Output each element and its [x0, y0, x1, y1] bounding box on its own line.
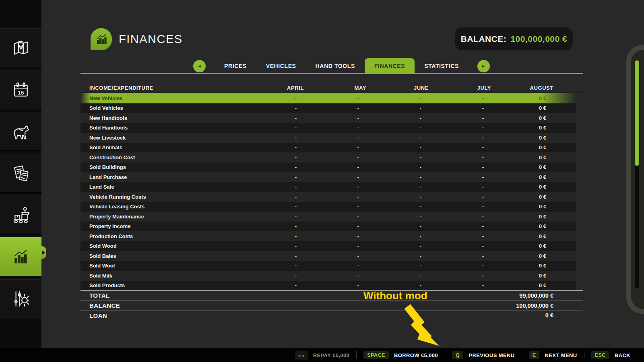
row-value: - [359, 282, 421, 288]
table-row[interactable]: Sold Wool----0 € [80, 261, 576, 271]
summary-value: 100,000,000 € [212, 302, 553, 309]
row-value: - [421, 125, 484, 131]
cow-icon [10, 121, 32, 142]
hotkey-action-previous-menu[interactable]: QPREVIOUS MENU [452, 351, 515, 359]
row-value: - [234, 223, 297, 229]
row-value: - [297, 214, 359, 220]
row-value: - [421, 282, 484, 288]
row-value: - [297, 223, 359, 229]
row-value: - [359, 164, 421, 170]
row-label: Property Maintenance [80, 214, 234, 220]
table-row[interactable]: New Vehicles----0 € [80, 93, 576, 103]
scrollbar-thumb[interactable] [635, 60, 639, 166]
sidebar-item-map[interactable] [0, 28, 41, 67]
table-row[interactable]: New Livestock----0 € [80, 133, 576, 143]
tab-hand-tools[interactable]: HAND TOOLS [306, 58, 365, 74]
tabs-next-arrow-icon[interactable]: ▸ [477, 60, 490, 72]
column-header-july: JULY [429, 85, 491, 91]
tab-finances[interactable]: FINANCES [365, 58, 415, 74]
key-badge-previous-menu: Q [452, 351, 463, 359]
row-value: 0 € [484, 95, 546, 101]
row-value: - [421, 243, 484, 249]
row-value: 0 € [484, 105, 546, 111]
row-label: Vehicle Leasing Costs [80, 204, 234, 210]
table-row[interactable]: Sold Handtools----0 € [80, 123, 576, 133]
tabs-prev-arrow-icon[interactable]: ◂ [193, 60, 206, 72]
action-label: BORROW €5,000 [394, 352, 438, 358]
table-row[interactable]: Sold Vehicles----0 € [80, 103, 576, 113]
summary-label: LOAN [80, 312, 212, 319]
page-title: FINANCES [119, 33, 183, 46]
table-row[interactable]: Vehicle Running Costs----0 € [80, 192, 576, 202]
row-value: - [297, 144, 359, 150]
sidebar-item-settings[interactable] [0, 279, 41, 318]
row-value: - [421, 135, 484, 141]
row-value: - [359, 174, 421, 180]
row-value: 0 € [484, 154, 546, 160]
row-value: - [234, 194, 297, 200]
table-row[interactable]: Land Sale----0 € [80, 182, 576, 192]
balance-value: 100,000,000 € [510, 34, 567, 44]
row-value: 0 € [484, 263, 546, 269]
row-value: - [297, 184, 359, 190]
row-value: - [234, 164, 297, 170]
table-row[interactable]: Sold Milk----0 € [80, 271, 576, 281]
row-value: 0 € [484, 164, 546, 170]
sidebar-item-finances[interactable] [0, 237, 41, 276]
table-row[interactable]: Property Maintenance----0 € [80, 212, 576, 222]
column-header-income-expenditure: INCOME/EXPENDITURE [80, 85, 242, 91]
sidebar-item-contracts[interactable] [0, 154, 41, 193]
row-value: - [234, 115, 297, 121]
row-value: - [359, 223, 421, 229]
tab-prices[interactable]: PRICES [215, 58, 256, 74]
row-label: Sold Vehicles [80, 105, 234, 111]
table-row[interactable]: Sold Wood----0 € [80, 241, 576, 251]
row-value: - [359, 154, 421, 160]
row-label: New Vehicles [80, 95, 234, 101]
row-value: 0 € [484, 135, 546, 141]
table-row[interactable]: Sold Bales----0 € [80, 251, 576, 261]
key-badge-next-menu: E [529, 351, 540, 359]
table-row[interactable]: Sold Products----0 € [80, 281, 576, 291]
row-label: Vehicle Running Costs [80, 194, 234, 200]
table-row[interactable]: Property Income----0 € [80, 222, 576, 232]
row-value: - [234, 214, 297, 220]
row-value: - [297, 135, 359, 141]
production-icon [10, 204, 32, 226]
table-row[interactable]: Production Costs----0 € [80, 231, 576, 241]
tab-statistics[interactable]: STATISTICS [415, 58, 469, 74]
table-row[interactable]: Vehicle Leasing Costs----0 € [80, 202, 576, 212]
table-header-row: INCOME/EXPENDITUREAPRILMAYJUNEJULYAUGUST [80, 82, 583, 93]
row-value: - [421, 154, 484, 160]
row-value: - [234, 174, 297, 180]
table-row[interactable]: Land Purchase----0 € [80, 172, 576, 182]
row-value: - [359, 233, 421, 239]
sidebar-item-calendar[interactable]: 15 [0, 70, 41, 109]
row-value: - [297, 174, 359, 180]
row-label: Sold Products [80, 282, 234, 288]
row-value: - [234, 273, 297, 279]
sidebar-item-production[interactable] [0, 195, 41, 234]
row-value: 0 € [484, 204, 546, 210]
table-row[interactable]: Sold Animals----0 € [80, 143, 576, 153]
table-row[interactable]: New Handtools----0 € [80, 113, 576, 123]
row-value: - [234, 263, 297, 269]
row-value: - [297, 115, 359, 121]
hotkey-action-back[interactable]: ESCBACK [591, 351, 630, 359]
row-value: - [297, 154, 359, 160]
table-row[interactable]: Sold Buildings----0 € [80, 162, 576, 173]
sidebar-item-animals[interactable] [0, 112, 41, 151]
hotkey-action-next-menu[interactable]: ENEXT MENU [529, 351, 577, 359]
tab-vehicles[interactable]: VEHICLES [256, 58, 306, 74]
row-value: 0 € [484, 125, 546, 131]
key-badge-borrow: SPACE [363, 351, 389, 359]
row-value: - [421, 164, 484, 170]
hotkey-action-borrow[interactable]: SPACEBORROW €5,000 [363, 351, 438, 359]
row-value: - [359, 214, 421, 220]
row-value: - [359, 125, 421, 131]
action-label: REPAY €5,000 [313, 352, 350, 358]
table-row[interactable]: Construction Cost----0 € [80, 152, 576, 162]
row-label: Sold Milk [80, 273, 234, 279]
row-label: New Handtools [80, 115, 234, 121]
scrollbar-track[interactable] [635, 60, 639, 288]
